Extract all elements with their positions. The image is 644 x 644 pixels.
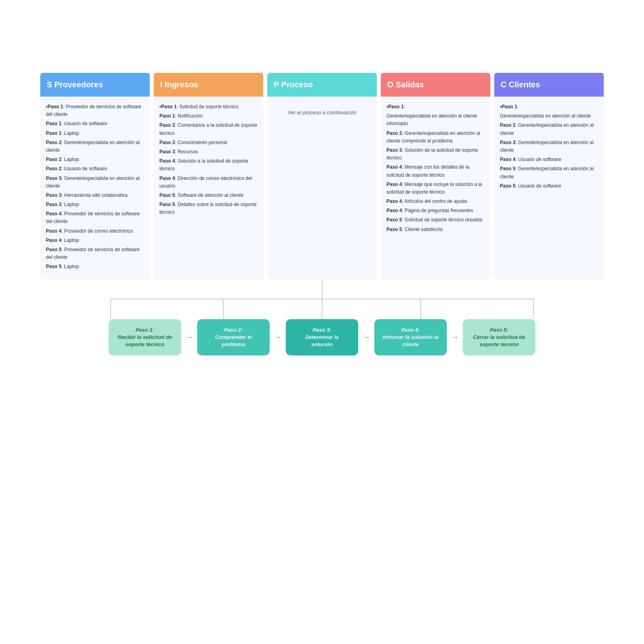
col-header-p: P Proceso — [267, 73, 377, 97]
col-item: Paso 3: Conocimiento personal — [159, 139, 258, 147]
col-item: Paso 2: Comentarios a la solicitud de so… — [159, 122, 258, 137]
col-item: Paso 1: Notificación — [159, 112, 258, 120]
col-item: Paso 1: Laptop — [46, 130, 144, 137]
process-arrow-icon: → — [270, 332, 286, 343]
col-item: Paso 4: Dirección de correo electrónico … — [159, 175, 258, 190]
page-subtitle — [315, 51, 329, 57]
col-item: Paso 2: Gerente/especialista en atención… — [500, 122, 598, 137]
step-label-step4: Paso 4: — [401, 326, 420, 334]
col-item: Paso 4: Usuario de software — [500, 156, 598, 163]
step-label-step2: Paso 2: — [224, 326, 243, 334]
process-arrow-icon: → — [447, 332, 463, 343]
col-item: Paso 5: Cliente satisfecho — [386, 226, 485, 233]
col-item: Paso 2: Gerente/especialista en atención… — [46, 139, 144, 154]
col-item: Paso 2: Gerente/especialista en atención… — [386, 130, 485, 145]
col-item: Paso 4: Mensaje con los detalles de la s… — [386, 163, 485, 179]
col-item: Paso 2: Laptop — [46, 156, 144, 163]
col-item: Paso 4: Página de preguntas frecuentes — [386, 207, 485, 215]
col-item: Paso 5: Laptop — [46, 263, 144, 270]
col-item: Paso 4: Solución a la solicitud de sopor… — [159, 157, 258, 173]
col-item: Paso 5: Usuario de software — [500, 182, 598, 190]
sipoc-column-o: O Salidas•Paso 1:Gerente/especialista en… — [381, 73, 490, 279]
page-header — [315, 48, 329, 57]
process-section: Paso 1: Recibir la solicitud de soporte … — [40, 279, 604, 372]
col-header-c: C Clientes — [494, 73, 604, 97]
col-item: Paso 5: Proveedor de servicios de softwa… — [46, 246, 144, 261]
process-steps-container: Paso 1: Recibir la solicitud de soporte … — [40, 319, 604, 372]
process-placeholder-text: Ver el proceso a continuación — [288, 109, 357, 117]
col-header-i: I Ingresos — [154, 73, 263, 97]
col-item: •Paso 1: — [500, 103, 598, 111]
step-label-step1: Paso 1: — [136, 326, 154, 334]
step-label-step5: Paso 5: — [490, 326, 508, 334]
process-step-step2: Paso 2: Comprender el problema — [197, 319, 270, 356]
col-item: Paso 5: Solicitud de soporte técnico res… — [386, 216, 485, 224]
col-item: Gerente/especialista en atención al clie… — [386, 112, 485, 128]
step-label-step3: Paso 3: — [313, 326, 331, 334]
col-item: Gerente/especialista en atención al clie… — [500, 112, 598, 120]
col-item: •Paso 1: — [386, 103, 485, 111]
col-item: Paso 2: Usuario de software — [46, 165, 144, 173]
step-text-step1: Recibir la solicitud de soporte técnico — [117, 334, 173, 348]
step-text-step3: Determinar la solución — [294, 334, 350, 348]
col-item: Paso 4: Artículos del centro de ayuda — [386, 198, 485, 205]
process-arrow-icon: → — [358, 332, 374, 343]
step-text-step2: Comprender el problema — [205, 334, 262, 348]
col-item: Paso 5: Gerente/especialista en atención… — [500, 165, 598, 180]
col-item: Paso 3: Gerente/especialista en atención… — [500, 139, 598, 154]
step-text-step4: Informar la solución al cliente — [382, 334, 439, 348]
col-item: Paso 3: Herramienta wiki colaborativa — [46, 192, 144, 199]
col-header-o: O Salidas — [381, 73, 490, 97]
col-item: •Paso 1: Proveedor de servicios de softw… — [46, 103, 144, 118]
col-item: Paso 5: Software de atención al cliente — [159, 192, 258, 199]
col-item: Paso 3: Recursos — [159, 148, 258, 156]
connector-area — [40, 279, 604, 319]
col-header-s: S Proveedores — [40, 73, 150, 97]
col-body-i: •Paso 1: Solicitud de soporte técnicoPas… — [154, 97, 263, 279]
col-body-c: •Paso 1:Gerente/especialista en atención… — [494, 97, 604, 279]
col-body-s: •Paso 1: Proveedor de servicios de softw… — [40, 97, 150, 279]
col-item: Paso 5: Detalles sobre la solicitud de s… — [159, 201, 258, 216]
col-item: Paso 3: Solución de la solicitud de sopo… — [386, 147, 485, 162]
sipoc-column-s: S Proveedores•Paso 1: Proveedor de servi… — [40, 73, 150, 279]
col-item: Paso 1: Usuario de software — [46, 120, 144, 128]
process-step-step3: Paso 3: Determinar la solución — [286, 319, 358, 356]
sipoc-column-i: I Ingresos•Paso 1: Solicitud de soporte … — [154, 73, 263, 279]
sipoc-column-c: C Clientes•Paso 1:Gerente/especialista e… — [494, 73, 604, 279]
process-step-step4: Paso 4: Informar la solución al cliente — [374, 319, 447, 356]
process-step-step1: Paso 1: Recibir la solicitud de soporte … — [109, 319, 181, 356]
process-arrow-icon: → — [181, 332, 197, 343]
step-text-step5: Cerrar la solicitud de soporte técnico — [471, 334, 527, 348]
col-item: Paso 3: Gerente/especialista en atención… — [46, 175, 144, 190]
col-item: Paso 4: Proveedor de correo electrónico — [46, 227, 144, 235]
col-item: Paso 4: Laptop — [46, 237, 144, 244]
col-item: Paso 4: Mensaje que incluye la solución … — [386, 181, 485, 196]
connector-lines — [40, 279, 604, 319]
col-item: Paso 3: Laptop — [46, 201, 144, 208]
col-body-o: •Paso 1:Gerente/especialista en atención… — [381, 97, 490, 279]
sipoc-table: S Proveedores•Paso 1: Proveedor de servi… — [40, 73, 604, 279]
process-step-step5: Paso 5: Cerrar la solicitud de soporte t… — [463, 319, 535, 356]
col-item: •Paso 1: Solicitud de soporte técnico — [159, 103, 258, 111]
col-body-p: Ver el proceso a continuación — [267, 97, 377, 279]
sipoc-column-p: P ProcesoVer el proceso a continuación — [267, 73, 377, 279]
col-item: Paso 4: Proveedor de servicios de softwa… — [46, 210, 144, 225]
